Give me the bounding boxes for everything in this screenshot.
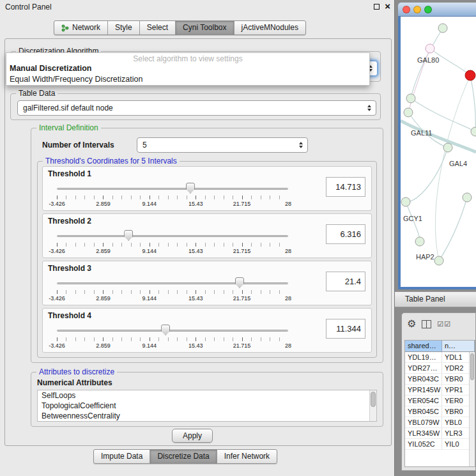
slider-thumb[interactable] — [161, 325, 170, 335]
table-row[interactable]: YDL19…YDL1 — [405, 352, 475, 363]
table-row[interactable]: YBL079WYBL0 — [405, 417, 475, 428]
list-item[interactable]: SelfLoops — [38, 390, 376, 401]
table-cell: YER054C — [405, 395, 442, 406]
scrollbar-thumb[interactable] — [470, 353, 474, 380]
top-tab-bar: Network Style Select Cyni Toolbox jActiv… — [54, 20, 306, 35]
tick-label: 21.715 — [233, 342, 251, 349]
slider-track[interactable] — [57, 330, 288, 332]
tab-label: jActiveMNodules — [242, 21, 298, 35]
float-window-icon[interactable] — [374, 4, 380, 10]
group-title: Interval Definition — [36, 123, 101, 132]
tab-style[interactable]: Style — [108, 21, 140, 35]
close-icon[interactable]: × — [385, 3, 390, 10]
tab-label: Impute Data — [101, 450, 142, 463]
node[interactable] — [404, 108, 413, 117]
node-label: GCY1 — [403, 215, 422, 222]
tab-cyni-toolbox[interactable]: Cyni Toolbox — [176, 21, 234, 35]
node[interactable] — [438, 24, 447, 33]
dropdown-option-equal-width[interactable]: Equal Width/Frequency Discretization — [10, 74, 366, 84]
node[interactable] — [434, 256, 443, 265]
table-row[interactable]: YER054CYER0 — [405, 395, 475, 406]
control-panel-titlebar: Control Panel × — [0, 0, 394, 15]
combo-stepper-icon — [298, 138, 304, 152]
numerical-attributes-label: Numerical Attributes — [37, 378, 112, 387]
list-item[interactable]: BetweennessCentrality — [38, 411, 376, 421]
gear-icon[interactable]: ⚙ — [407, 319, 416, 329]
node[interactable] — [415, 237, 424, 246]
tab-select[interactable]: Select — [140, 21, 176, 35]
tick-label: 15.43 — [188, 295, 203, 302]
node-table: shared… n… YDL19…YDL1YDR27…YDR2YBR043CYB… — [404, 340, 475, 467]
network-window-titlebar[interactable] — [398, 3, 476, 17]
threshold-slider[interactable]: -3.4262.8599.14415.4321.71528 — [57, 324, 288, 351]
table-scrollbar[interactable] — [469, 352, 475, 466]
dropdown-option-manual[interactable]: Manual Discretization — [10, 63, 366, 73]
threshold-panel: Threshold 1 -3.4262.8599.14415.4321.7152… — [42, 166, 372, 211]
column-header-name[interactable]: n… — [442, 341, 475, 351]
node[interactable] — [406, 94, 415, 103]
node[interactable] — [401, 197, 410, 206]
apply-button[interactable]: Apply — [172, 429, 213, 443]
tab-impute-data[interactable]: Impute Data — [94, 450, 150, 463]
threshold-label: Threshold 1 — [48, 169, 91, 178]
algorithm-dropdown-popup: Select algorithm to view settings Manual… — [6, 52, 370, 86]
columns-icon[interactable] — [422, 320, 431, 328]
threshold-slider[interactable]: -3.4262.8599.14415.4321.71528 — [57, 182, 288, 209]
mac-close-icon[interactable] — [403, 6, 410, 13]
tab-infer-network[interactable]: Infer Network — [217, 450, 277, 463]
slider-track[interactable] — [57, 188, 288, 190]
group-title: Threshold's Coordinates for 5 Intervals — [43, 157, 180, 165]
list-scrollbar[interactable] — [369, 390, 376, 421]
slider-tick-labels: -3.4262.8599.14415.4321.71528 — [57, 342, 288, 349]
tick-label: 21.715 — [233, 201, 251, 207]
column-header-shared-name[interactable]: shared… — [405, 341, 442, 351]
tab-network[interactable]: Network — [54, 21, 108, 35]
slider-track[interactable] — [57, 235, 288, 237]
threshold-value-field[interactable]: 6.316 — [326, 224, 365, 244]
table-cell: YIL052C — [405, 439, 442, 449]
node[interactable] — [463, 193, 472, 202]
table-row[interactable]: YDR27…YDR2 — [405, 363, 475, 374]
number-of-intervals-combo[interactable]: 5 — [137, 137, 308, 153]
table-cell: YBR043C — [405, 374, 442, 384]
network-canvas[interactable]: GAL80 GAL11 GAL4 GCY1 HAP2 — [401, 17, 476, 287]
tick-label: 15.43 — [188, 342, 203, 349]
combo-value: galFiltered.sif default node — [23, 101, 360, 115]
table-row[interactable]: YBR043CYBR0 — [405, 374, 475, 385]
tab-jactivemodules[interactable]: jActiveMNodules — [234, 21, 305, 35]
table-row[interactable]: YPR145WYPR1 — [405, 385, 475, 395]
list-item[interactable]: TopologicalCoefficient — [38, 401, 376, 411]
threshold-slider[interactable]: -3.4262.8599.14415.4321.71528 — [57, 277, 288, 303]
slider-thumb[interactable] — [235, 277, 244, 288]
node-label: GAL80 — [417, 56, 439, 64]
threshold-value-field[interactable]: 14.713 — [326, 177, 365, 197]
node-label: GAL11 — [411, 129, 432, 137]
scrollbar-thumb[interactable] — [371, 392, 376, 407]
threshold-panel: Threshold 2 -3.4262.8599.14415.4321.7152… — [42, 213, 372, 258]
slider-thumb[interactable] — [186, 183, 195, 194]
table-row[interactable]: YIL052CYIL0 — [405, 439, 475, 450]
table-data-combo[interactable]: galFiltered.sif default node — [17, 100, 376, 116]
node[interactable] — [426, 44, 434, 53]
node[interactable] — [443, 143, 452, 152]
mac-minimize-icon[interactable] — [413, 6, 421, 13]
tab-discretize-data[interactable]: Discretize Data — [150, 450, 217, 463]
threshold-slider[interactable]: -3.4262.8599.14415.4321.71528 — [57, 229, 288, 256]
select-all-checkboxes-icon[interactable]: ☑☑ — [437, 320, 451, 328]
node[interactable] — [471, 127, 476, 136]
threshold-value-field[interactable]: 11.344 — [326, 319, 365, 339]
table-data-group: Table Data galFiltered.sif default node — [10, 93, 381, 120]
slider-tick-labels: -3.4262.8599.14415.4321.71528 — [57, 248, 288, 255]
mac-zoom-icon[interactable] — [424, 6, 432, 13]
slider-thumb[interactable] — [124, 230, 133, 241]
threshold-label: Threshold 3 — [48, 264, 91, 273]
tick-label: 28 — [285, 201, 291, 207]
tick-label: 2.859 — [96, 295, 111, 302]
threshold-value-field[interactable]: 21.4 — [326, 272, 365, 291]
table-row[interactable]: YLR345WYLR3 — [405, 428, 475, 439]
table-row[interactable]: YBR045CYBR0 — [405, 406, 475, 417]
tick-label: -3.426 — [49, 342, 65, 349]
slider-track[interactable] — [57, 282, 288, 284]
combo-stepper-icon — [366, 101, 372, 115]
node-selected[interactable] — [465, 70, 475, 81]
